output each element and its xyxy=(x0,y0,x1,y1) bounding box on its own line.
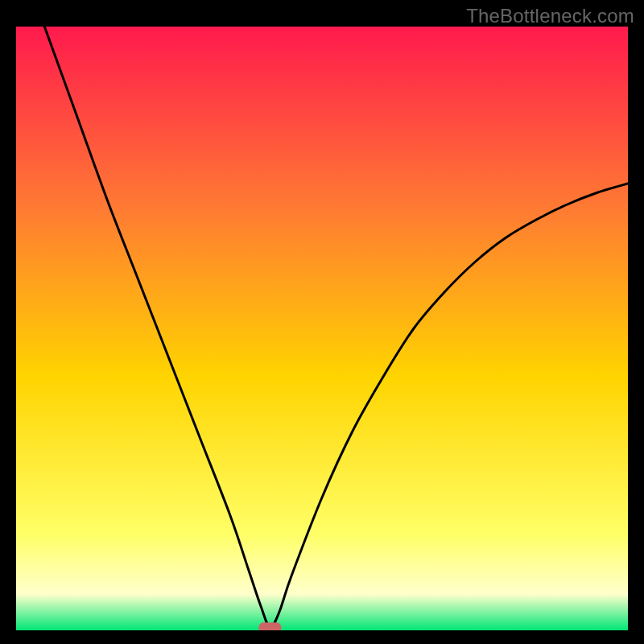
minimum-marker xyxy=(258,622,281,630)
watermark-text: TheBottleneck.com xyxy=(466,5,634,27)
chart-frame: TheBottleneck.com xyxy=(0,0,644,644)
bottleneck-chart xyxy=(16,27,628,630)
plot-background xyxy=(16,27,628,630)
